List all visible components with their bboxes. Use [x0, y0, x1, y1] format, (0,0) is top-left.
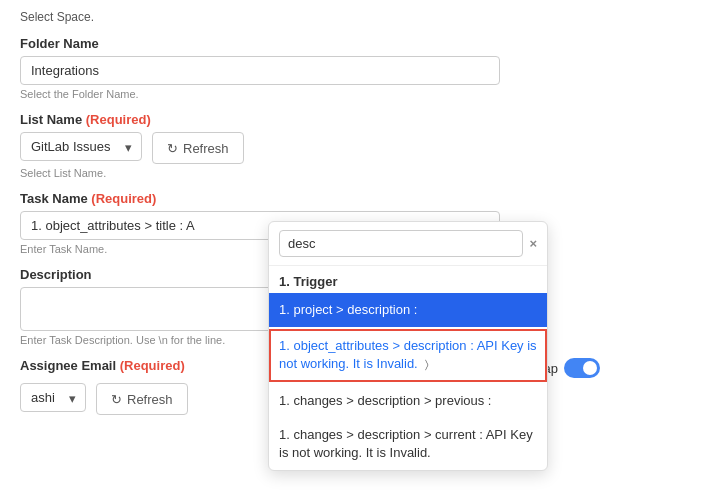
list-name-select[interactable]: GitLab Issues [20, 132, 142, 161]
dropdown-item-4[interactable]: 1. changes > description > current : API… [269, 418, 547, 470]
map-toggle[interactable] [564, 358, 600, 378]
dropdown-item-1[interactable]: 1. project > description : [269, 293, 547, 327]
dropdown-search-row: × [269, 222, 547, 266]
cursor-icon: 〉 [425, 357, 429, 372]
description-dropdown: × 1. Trigger 1. project > description : … [268, 221, 548, 471]
folder-name-label: Folder Name [20, 36, 706, 51]
dropdown-search-input[interactable] [279, 230, 523, 257]
assignee-email-label: Assignee Email (Required) [20, 358, 185, 373]
toggle-slider [564, 358, 600, 378]
assignee-refresh-button[interactable]: ↻ Refresh [96, 383, 188, 415]
list-refresh-icon: ↻ [167, 141, 178, 156]
folder-name-hint: Select the Folder Name. [20, 88, 706, 100]
top-note: Select Space. [20, 10, 706, 24]
dropdown-item-3[interactable]: 1. changes > description > previous : [269, 384, 547, 418]
list-name-hint: Select List Name. [20, 167, 706, 179]
list-name-label: List Name (Required) [20, 112, 706, 127]
dropdown-item-2[interactable]: 1. object_attributes > description : API… [269, 329, 547, 381]
dropdown-clear-icon[interactable]: × [529, 236, 537, 251]
assignee-refresh-icon: ↻ [111, 392, 122, 407]
dropdown-section-title: 1. Trigger [269, 266, 547, 293]
assignee-email-select[interactable]: ashi [20, 383, 86, 412]
list-refresh-button[interactable]: ↻ Refresh [152, 132, 244, 164]
dropdown-items-list: 1. project > description : 1. object_att… [269, 293, 547, 470]
folder-name-input[interactable] [20, 56, 500, 85]
task-name-label: Task Name (Required) [20, 191, 706, 206]
